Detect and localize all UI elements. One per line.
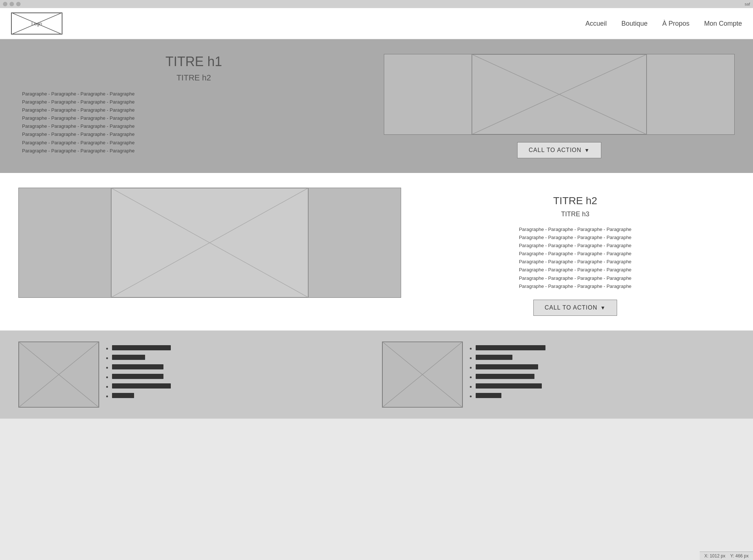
hero-image-col: CALL TO ACTION ▼ <box>384 54 735 158</box>
grid-bar <box>476 364 538 369</box>
alt-section: TITRE h2 TITRE h3 Paragraphe - Paragraph… <box>0 173 753 330</box>
alt-h2: TITRE h2 <box>553 195 597 207</box>
grid-bar <box>476 383 542 389</box>
grid-bar <box>112 355 145 360</box>
alt-cta-arrow: ▼ <box>600 305 606 311</box>
nav-item-boutique[interactable]: Boutique <box>622 20 648 28</box>
hero-cta-label: CALL TO ACTION <box>529 147 581 153</box>
hero-cta-button[interactable]: CALL TO ACTION ▼ <box>517 142 601 158</box>
alt-placeholder-image <box>18 188 401 298</box>
traffic-light-green <box>16 2 21 6</box>
logo-text: Logo <box>32 21 42 26</box>
alt-image-col <box>18 188 401 298</box>
grid-image-2 <box>382 342 463 408</box>
header: Logo Accueil Boutique À Propos Mon Compt… <box>0 8 753 39</box>
title-bar: saf <box>0 0 753 8</box>
logo[interactable]: Logo <box>11 12 62 35</box>
traffic-light-yellow <box>10 2 14 6</box>
nav-item-moncompte[interactable]: Mon Compte <box>704 20 742 28</box>
hero-section: TITRE h1 TITRE h2 Paragraphe - Paragraph… <box>0 39 753 173</box>
traffic-light-red <box>3 2 7 6</box>
grid-item-1 <box>18 342 371 408</box>
grid-bar <box>112 374 163 379</box>
grid-bar <box>112 383 171 389</box>
grid-bar <box>476 393 501 398</box>
grid-bar <box>476 345 545 350</box>
hero-h2: TITRE h2 <box>18 73 369 83</box>
hero-text: TITRE h1 TITRE h2 Paragraphe - Paragraph… <box>18 54 369 155</box>
grid-bar <box>112 364 163 369</box>
nav-item-accueil[interactable]: Accueil <box>586 20 607 28</box>
nav: Accueil Boutique À Propos Mon Compte <box>586 20 742 28</box>
grid-text-2 <box>470 342 735 402</box>
nav-item-apropos[interactable]: À Propos <box>662 20 689 28</box>
alt-cta-button[interactable]: CALL TO ACTION ▼ <box>533 300 617 316</box>
title-bar-label: saf <box>745 2 750 6</box>
hero-cta-arrow: ▼ <box>584 147 590 153</box>
hero-paragraphs: Paragraphe - Paragraphe - Paragraphe - P… <box>22 90 369 155</box>
grid-text-1 <box>107 342 371 402</box>
alt-text: TITRE h2 TITRE h3 Paragraphe - Paragraph… <box>416 188 735 316</box>
grid-item-2 <box>382 342 735 408</box>
grid-bar <box>112 393 134 398</box>
grid-bar <box>476 374 534 379</box>
hero-h1: TITRE h1 <box>18 54 369 69</box>
grid-section <box>0 330 753 419</box>
alt-paragraphs: Paragraphe - Paragraphe - Paragraphe - P… <box>519 225 631 290</box>
hero-placeholder-image <box>384 54 735 135</box>
grid-bar <box>112 345 171 350</box>
grid-image-1 <box>18 342 99 408</box>
grid-bar <box>476 355 512 360</box>
alt-h3: TITRE h3 <box>561 210 589 218</box>
alt-cta-label: CALL TO ACTION <box>545 304 598 311</box>
